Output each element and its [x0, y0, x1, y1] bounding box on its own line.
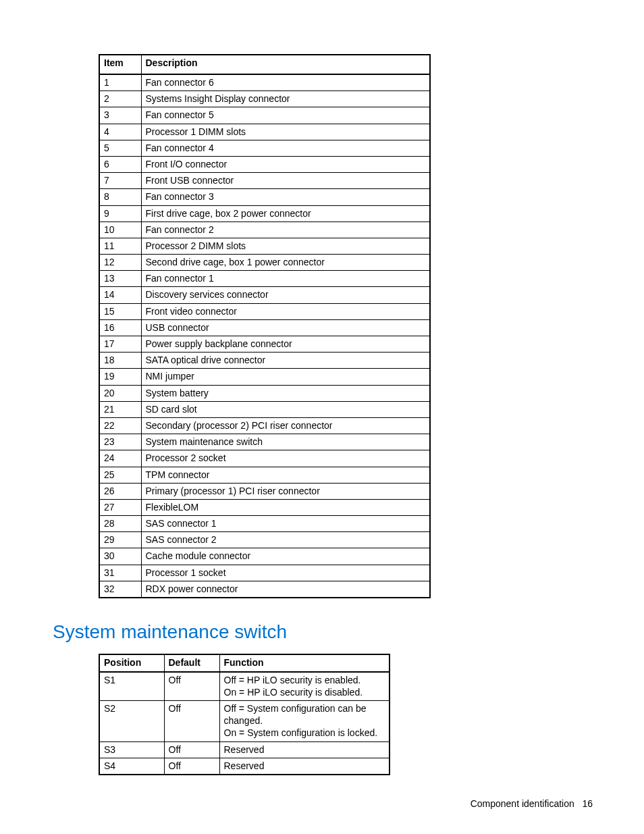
- table-row: 2Systems Insight Display connector: [99, 91, 430, 107]
- cell-default: Off: [164, 758, 219, 775]
- header-item: Item: [99, 55, 141, 74]
- table-row: 24Processor 2 socket: [99, 450, 430, 467]
- cell-description: Front video connector: [141, 303, 430, 319]
- cell-item: 4: [99, 124, 141, 140]
- table-row: 31Processor 1 socket: [99, 565, 430, 581]
- cell-description: Fan connector 2: [141, 221, 430, 238]
- cell-item: 6: [99, 156, 141, 172]
- cell-description: Primary (processor 1) PCI riser connecto…: [141, 483, 430, 499]
- table-row: 13Fan connector 1: [99, 271, 430, 287]
- cell-description: Second drive cage, box 1 power connector: [141, 255, 430, 271]
- table-row: 1Fan connector 6: [99, 74, 430, 91]
- cell-item: 21: [99, 401, 141, 417]
- cell-default: Off: [164, 700, 219, 741]
- cell-item: 26: [99, 483, 141, 499]
- cell-default: Off: [164, 741, 219, 758]
- table-row: 29SAS connector 2: [99, 532, 430, 548]
- cell-function: Reserved: [219, 741, 390, 758]
- cell-item: 14: [99, 287, 141, 303]
- cell-function: Off = System configuration can be change…: [219, 700, 390, 741]
- cell-item: 32: [99, 581, 141, 598]
- cell-description: USB connector: [141, 319, 430, 336]
- table-row: 11Processor 2 DIMM slots: [99, 238, 430, 254]
- cell-item: 28: [99, 516, 141, 532]
- cell-item: 5: [99, 140, 141, 156]
- cell-item: 3: [99, 107, 141, 124]
- cell-item: 20: [99, 385, 141, 401]
- table-row: 3Fan connector 5: [99, 107, 430, 124]
- cell-position: S4: [99, 758, 164, 775]
- cell-description: Fan connector 6: [141, 74, 430, 91]
- cell-item: 24: [99, 450, 141, 467]
- cell-item: 12: [99, 255, 141, 271]
- table-row: 6Front I/O connector: [99, 156, 430, 172]
- cell-default: Off: [164, 672, 219, 701]
- table-header-row: Item Description: [99, 55, 430, 74]
- cell-function: Off = HP iLO security is enabled. On = H…: [219, 672, 390, 701]
- table-row: 26Primary (processor 1) PCI riser connec…: [99, 483, 430, 499]
- cell-description: TPM connector: [141, 467, 430, 483]
- cell-description: Fan connector 5: [141, 107, 430, 124]
- cell-description: SATA optical drive connector: [141, 353, 430, 369]
- cell-description: Secondary (processor 2) PCI riser connec…: [141, 417, 430, 434]
- table-row: 18SATA optical drive connector: [99, 353, 430, 369]
- table-row: 17Power supply backplane connector: [99, 336, 430, 353]
- table-row: 4Processor 1 DIMM slots: [99, 124, 430, 140]
- table-row: 9First drive cage, box 2 power connector: [99, 205, 430, 221]
- cell-item: 22: [99, 417, 141, 434]
- cell-description: Power supply backplane connector: [141, 336, 430, 353]
- table-row: 8Fan connector 3: [99, 189, 430, 205]
- header-function: Function: [219, 654, 390, 671]
- cell-description: Discovery services connector: [141, 287, 430, 303]
- cell-description: Cache module connector: [141, 548, 430, 565]
- cell-description: SAS connector 1: [141, 516, 430, 532]
- cell-item: 23: [99, 434, 141, 450]
- cell-description: Fan connector 4: [141, 140, 430, 156]
- cell-description: Systems Insight Display connector: [141, 91, 430, 107]
- cell-item: 19: [99, 369, 141, 385]
- cell-item: 27: [99, 499, 141, 515]
- page: Item Description 1Fan connector 62System…: [0, 0, 644, 834]
- table-row: S4OffReserved: [99, 758, 390, 775]
- cell-item: 29: [99, 532, 141, 548]
- cell-description: NMI jumper: [141, 369, 430, 385]
- page-footer: Component identification 16: [471, 798, 593, 810]
- cell-description: Front USB connector: [141, 173, 430, 189]
- cell-function: Reserved: [219, 758, 390, 775]
- component-table: Item Description 1Fan connector 62System…: [99, 54, 431, 598]
- header-default: Default: [164, 654, 219, 671]
- table-row: 25TPM connector: [99, 467, 430, 483]
- cell-description: FlexibleLOM: [141, 499, 430, 515]
- table-row: S1OffOff = HP iLO security is enabled. O…: [99, 672, 390, 701]
- cell-description: Processor 2 socket: [141, 450, 430, 467]
- cell-item: 2: [99, 91, 141, 107]
- table-row: 28SAS connector 1: [99, 516, 430, 532]
- cell-item: 7: [99, 173, 141, 189]
- table-row: S3OffReserved: [99, 741, 390, 758]
- cell-description: Processor 1 socket: [141, 565, 430, 581]
- cell-position: S1: [99, 672, 164, 701]
- table-row: S2OffOff = System configuration can be c…: [99, 700, 390, 741]
- table-row: 10Fan connector 2: [99, 221, 430, 238]
- table-row: 15Front video connector: [99, 303, 430, 319]
- table-header-row: Position Default Function: [99, 654, 390, 671]
- cell-position: S3: [99, 741, 164, 758]
- cell-description: SAS connector 2: [141, 532, 430, 548]
- table-row: 19NMI jumper: [99, 369, 430, 385]
- table-row: 27FlexibleLOM: [99, 499, 430, 515]
- cell-item: 1: [99, 74, 141, 91]
- cell-description: Processor 2 DIMM slots: [141, 238, 430, 254]
- section-heading: System maintenance switch: [53, 620, 593, 644]
- cell-item: 30: [99, 548, 141, 565]
- cell-item: 10: [99, 221, 141, 238]
- table-row: 21SD card slot: [99, 401, 430, 417]
- table-row: 5Fan connector 4: [99, 140, 430, 156]
- cell-item: 15: [99, 303, 141, 319]
- cell-item: 13: [99, 271, 141, 287]
- cell-item: 25: [99, 467, 141, 483]
- cell-description: First drive cage, box 2 power connector: [141, 205, 430, 221]
- table-row: 22Secondary (processor 2) PCI riser conn…: [99, 417, 430, 434]
- table-row: 12Second drive cage, box 1 power connect…: [99, 255, 430, 271]
- cell-description: SD card slot: [141, 401, 430, 417]
- footer-section: Component identification: [471, 798, 574, 809]
